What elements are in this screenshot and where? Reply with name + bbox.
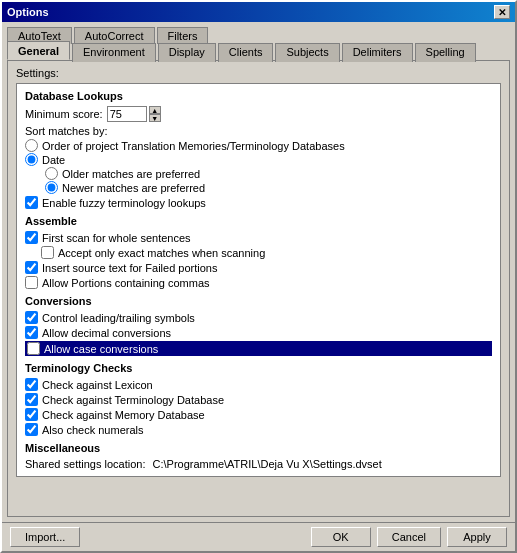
conversions-title: Conversions [25, 295, 492, 307]
check-lexicon-checkbox[interactable] [25, 378, 38, 391]
import-button[interactable]: Import... [10, 527, 80, 547]
top-tab-row: AutoText AutoCorrect Filters [2, 22, 515, 42]
accept-only-row: Accept only exact matches when scanning [41, 246, 492, 259]
close-button[interactable]: ✕ [494, 5, 510, 19]
tab-display[interactable]: Display [158, 43, 216, 62]
allow-portions-label: Allow Portions containing commas [42, 277, 210, 289]
dialog-buttons: OK Cancel Apply [311, 527, 507, 547]
tab-spelling[interactable]: Spelling [415, 43, 476, 62]
also-numerals-label: Also check numerals [42, 424, 144, 436]
order-radio-row: Order of project Translation Memories/Te… [25, 139, 492, 152]
database-lookups-title: Database Lookups [25, 90, 492, 102]
check-terminology-label: Check against Terminology Database [42, 394, 224, 406]
shared-path-row: Shared settings location: C:\Programme\A… [25, 458, 492, 470]
date-radio-row: Date [25, 153, 492, 166]
accept-only-label: Accept only exact matches when scanning [58, 247, 265, 259]
order-label: Order of project Translation Memories/Te… [42, 140, 345, 152]
first-scan-label: First scan for whole sentences [42, 232, 191, 244]
allow-decimal-row: Allow decimal conversions [25, 326, 492, 339]
control-leading-row: Control leading/trailing symbols [25, 311, 492, 324]
check-lexicon-label: Check against Lexicon [42, 379, 153, 391]
accept-only-checkbox[interactable] [41, 246, 54, 259]
fuzzy-row: Enable fuzzy terminology lookups [25, 196, 492, 209]
insert-source-checkbox[interactable] [25, 261, 38, 274]
min-score-row: Minimum score: ▲ ▼ [25, 106, 492, 122]
content-area: Settings: Database Lookups Minimum score… [7, 60, 510, 517]
check-lexicon-row: Check against Lexicon [25, 378, 492, 391]
min-score-input[interactable] [107, 106, 147, 122]
also-numerals-row: Also check numerals [25, 423, 492, 436]
tab-filters[interactable]: Filters [157, 27, 209, 44]
also-numerals-checkbox[interactable] [25, 423, 38, 436]
score-spinner: ▲ ▼ [149, 106, 161, 122]
sort-matches-label: Sort matches by: [25, 125, 108, 137]
older-radio-row: Older matches are preferred [45, 167, 492, 180]
insert-source-label: Insert source text for Failed portions [42, 262, 217, 274]
assemble-title: Assemble [25, 215, 492, 227]
check-memory-checkbox[interactable] [25, 408, 38, 421]
control-leading-label: Control leading/trailing symbols [42, 312, 195, 324]
ok-button[interactable]: OK [311, 527, 371, 547]
check-memory-label: Check against Memory Database [42, 409, 205, 421]
bottom-tab-row: General Environment Display Clients Subj… [2, 41, 515, 60]
tab-subjects[interactable]: Subjects [275, 43, 339, 62]
tab-general[interactable]: General [7, 41, 70, 60]
allow-decimal-checkbox[interactable] [25, 326, 38, 339]
order-radio[interactable] [25, 139, 38, 152]
date-label: Date [42, 154, 65, 166]
tab-delimiters[interactable]: Delimiters [342, 43, 413, 62]
main-panel: Database Lookups Minimum score: ▲ ▼ Sort… [16, 83, 501, 477]
score-up-button[interactable]: ▲ [149, 106, 161, 114]
newer-label: Newer matches are preferred [62, 182, 205, 194]
min-score-label: Minimum score: [25, 108, 103, 120]
window-title: Options [7, 6, 49, 18]
first-scan-row: First scan for whole sentences [25, 231, 492, 244]
tab-environment[interactable]: Environment [72, 43, 156, 62]
first-scan-checkbox[interactable] [25, 231, 38, 244]
date-radio[interactable] [25, 153, 38, 166]
options-window: Options ✕ AutoText AutoCorrect Filters G… [0, 0, 517, 553]
newer-radio[interactable] [45, 181, 58, 194]
allow-case-row: Allow case conversions [25, 341, 492, 356]
bottom-bar: Import... OK Cancel Apply [2, 522, 515, 551]
tab-autocorrect[interactable]: AutoCorrect [74, 27, 155, 44]
check-memory-row: Check against Memory Database [25, 408, 492, 421]
miscellaneous-title: Miscellaneous [25, 442, 492, 454]
cancel-button[interactable]: Cancel [377, 527, 441, 547]
control-leading-checkbox[interactable] [25, 311, 38, 324]
allow-case-label: Allow case conversions [44, 343, 158, 355]
older-radio[interactable] [45, 167, 58, 180]
newer-radio-row: Newer matches are preferred [45, 181, 492, 194]
apply-button[interactable]: Apply [447, 527, 507, 547]
allow-case-checkbox[interactable] [27, 342, 40, 355]
fuzzy-label: Enable fuzzy terminology lookups [42, 197, 206, 209]
check-terminology-checkbox[interactable] [25, 393, 38, 406]
terminology-title: Terminology Checks [25, 362, 492, 374]
allow-portions-row: Allow Portions containing commas [25, 276, 492, 289]
fuzzy-checkbox[interactable] [25, 196, 38, 209]
sort-matches-row: Sort matches by: [25, 125, 492, 137]
score-down-button[interactable]: ▼ [149, 114, 161, 122]
allow-portions-checkbox[interactable] [25, 276, 38, 289]
older-label: Older matches are preferred [62, 168, 200, 180]
tab-clients[interactable]: Clients [218, 43, 274, 62]
allow-decimal-label: Allow decimal conversions [42, 327, 171, 339]
title-bar: Options ✕ [2, 2, 515, 22]
shared-path-label: Shared settings location: [25, 458, 145, 470]
shared-path-value: C:\Programme\ATRIL\Deja Vu X\Settings.dv… [153, 458, 382, 470]
settings-label: Settings: [16, 67, 501, 79]
insert-source-row: Insert source text for Failed portions [25, 261, 492, 274]
check-terminology-row: Check against Terminology Database [25, 393, 492, 406]
